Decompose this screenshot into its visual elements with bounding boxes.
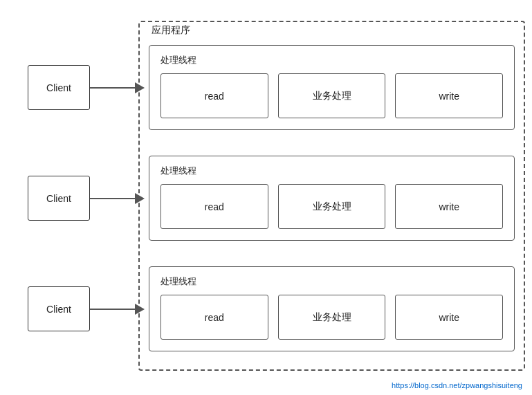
op-write-2: write bbox=[395, 184, 503, 229]
client-box-1: Client bbox=[28, 65, 90, 110]
thread-box-2: 处理线程 read 业务处理 write bbox=[149, 156, 515, 241]
client-box-3: Client bbox=[28, 286, 90, 331]
arrow-1 bbox=[90, 82, 149, 93]
arrow-head-3 bbox=[135, 304, 145, 315]
thread-inner-3: read 业务处理 write bbox=[160, 295, 503, 340]
app-label: 应用程序 bbox=[149, 24, 193, 37]
arrow-head-2 bbox=[135, 193, 145, 204]
arrow-3 bbox=[90, 304, 149, 315]
thread-label-3: 处理线程 bbox=[160, 275, 503, 288]
op-biz-2: 业务处理 bbox=[278, 184, 386, 229]
thread-label-1: 处理线程 bbox=[160, 54, 503, 66]
thread-inner-1: read 业务处理 write bbox=[160, 73, 503, 118]
op-read-1: read bbox=[160, 73, 268, 118]
row-3: Client 处理线程 read 业务处理 write bbox=[0, 266, 532, 351]
client-label-2: Client bbox=[46, 193, 71, 204]
thread-box-3: 处理线程 read 业务处理 write bbox=[149, 266, 515, 351]
client-label-3: Client bbox=[46, 304, 71, 315]
watermark: https://blog.csdn.net/zpwangshisuiteng bbox=[392, 381, 522, 389]
op-write-3: write bbox=[395, 295, 503, 340]
thread-inner-2: read 业务处理 write bbox=[160, 184, 503, 229]
arrow-head-1 bbox=[135, 82, 145, 93]
op-write-1: write bbox=[395, 73, 503, 118]
thread-label-2: 处理线程 bbox=[160, 165, 503, 177]
op-read-3: read bbox=[160, 295, 268, 340]
thread-box-1: 处理线程 read 业务处理 write bbox=[149, 45, 515, 130]
client-label-1: Client bbox=[46, 82, 71, 93]
op-biz-1: 业务处理 bbox=[278, 73, 386, 118]
arrow-2 bbox=[90, 193, 149, 204]
client-box-2: Client bbox=[28, 176, 90, 221]
op-read-2: read bbox=[160, 184, 268, 229]
arrow-line-2 bbox=[90, 198, 135, 199]
row-2: Client 处理线程 read 业务处理 write bbox=[0, 156, 532, 241]
row-1: Client 处理线程 read 业务处理 write bbox=[0, 45, 532, 130]
arrow-line-1 bbox=[90, 87, 135, 89]
main-container: 应用程序 Client 处理线程 read 业务处理 write bbox=[0, 0, 532, 395]
op-biz-3: 业务处理 bbox=[278, 295, 386, 340]
arrow-line-3 bbox=[90, 309, 135, 310]
